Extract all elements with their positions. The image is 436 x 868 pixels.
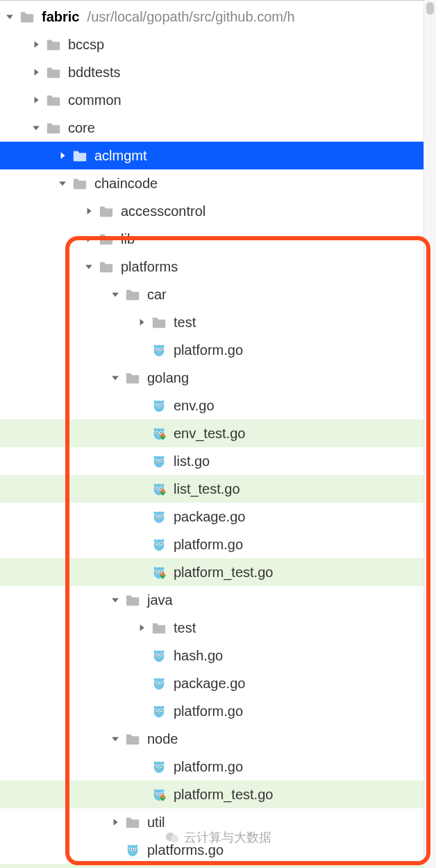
folder-icon bbox=[151, 315, 167, 330]
chevron-right-icon[interactable] bbox=[31, 94, 42, 106]
chevron-right-icon[interactable] bbox=[136, 622, 147, 633]
chevron-down-icon[interactable] bbox=[110, 289, 121, 300]
tree-row[interactable]: platform_test.go bbox=[0, 558, 436, 586]
svg-point-46 bbox=[160, 515, 162, 517]
chevron-down-icon[interactable] bbox=[110, 372, 121, 383]
tree-item-label: platform_test.go bbox=[174, 565, 273, 581]
tree-item-label: java bbox=[147, 592, 173, 608]
chevron-down-icon[interactable] bbox=[4, 11, 15, 22]
svg-point-103 bbox=[158, 796, 160, 797]
chevron-down-icon[interactable] bbox=[83, 261, 94, 272]
tree-item-label: node bbox=[147, 731, 178, 747]
chevron-right-icon[interactable] bbox=[57, 150, 68, 161]
tree-row[interactable]: golang bbox=[0, 364, 436, 392]
tree-row[interactable]: env.go bbox=[0, 392, 436, 419]
vertical-scrollbar[interactable] bbox=[424, 0, 436, 868]
go-file-icon bbox=[151, 453, 167, 469]
tree-row[interactable]: package.go bbox=[0, 669, 436, 697]
tree-row[interactable]: java bbox=[0, 586, 436, 614]
tree-row[interactable]: bddtests bbox=[0, 58, 436, 86]
svg-point-109 bbox=[130, 849, 131, 850]
tree-row[interactable]: lib bbox=[0, 225, 436, 253]
tree-row[interactable]: platform.go bbox=[0, 753, 436, 781]
chevron-down-icon[interactable] bbox=[110, 733, 121, 744]
tree-row[interactable]: list_test.go bbox=[0, 475, 436, 503]
scrollbar-thumb[interactable] bbox=[426, 2, 434, 15]
tree-row[interactable]: car bbox=[0, 281, 436, 308]
tree-item-label: test bbox=[174, 620, 196, 636]
tree-row[interactable]: core bbox=[0, 114, 436, 142]
tree-row[interactable]: env_test.go bbox=[0, 419, 436, 447]
tree-item-label: hash.go bbox=[174, 648, 223, 664]
tree-row[interactable]: test bbox=[0, 614, 436, 642]
svg-point-49 bbox=[153, 539, 156, 542]
svg-point-42 bbox=[161, 511, 164, 514]
svg-point-73 bbox=[153, 678, 156, 681]
tree-row[interactable]: package.go bbox=[0, 503, 436, 531]
tree-row[interactable]: chaincode bbox=[0, 169, 436, 197]
svg-point-14 bbox=[160, 404, 162, 406]
svg-point-54 bbox=[160, 543, 162, 544]
tree-row[interactable]: platforms bbox=[0, 253, 436, 281]
svg-point-69 bbox=[156, 654, 158, 656]
tree-row[interactable]: hash.go bbox=[0, 642, 436, 669]
folder-icon bbox=[46, 37, 61, 52]
chevron-right-icon[interactable] bbox=[83, 206, 94, 217]
go-file-icon bbox=[151, 676, 167, 691]
svg-point-38 bbox=[160, 487, 162, 489]
svg-point-50 bbox=[161, 539, 164, 542]
svg-point-121 bbox=[171, 835, 178, 842]
tree-row[interactable]: platform_test.go bbox=[0, 781, 436, 808]
svg-point-33 bbox=[153, 483, 156, 486]
tree-row[interactable]: node bbox=[0, 725, 436, 753]
folder-icon bbox=[19, 9, 35, 24]
svg-point-66 bbox=[161, 650, 164, 653]
svg-point-53 bbox=[156, 543, 158, 544]
go-file-icon bbox=[151, 759, 167, 774]
svg-point-1 bbox=[153, 344, 156, 347]
tree-item-label: package.go bbox=[174, 676, 245, 692]
tree-row[interactable]: bccsp bbox=[0, 31, 436, 58]
svg-point-111 bbox=[132, 851, 134, 853]
watermark: 云计算与大数据 bbox=[0, 829, 436, 846]
chevron-right-icon[interactable] bbox=[83, 233, 94, 244]
svg-point-97 bbox=[153, 789, 156, 792]
chevron-right-icon[interactable] bbox=[31, 67, 42, 78]
tree-item-label: platform.go bbox=[174, 759, 243, 775]
chevron-right-icon[interactable] bbox=[110, 817, 121, 828]
tree-row[interactable]: common bbox=[0, 86, 436, 114]
svg-point-2 bbox=[161, 344, 164, 347]
svg-point-37 bbox=[156, 487, 158, 489]
svg-point-7 bbox=[158, 351, 160, 353]
chevron-right-icon[interactable] bbox=[31, 39, 42, 50]
tree-row[interactable]: aclmgmt bbox=[0, 142, 436, 169]
chevron-down-icon[interactable] bbox=[110, 594, 121, 606]
chevron-down-icon[interactable] bbox=[31, 122, 42, 133]
svg-point-102 bbox=[160, 793, 162, 794]
svg-point-29 bbox=[156, 460, 158, 461]
folder-icon bbox=[46, 92, 61, 108]
svg-point-9 bbox=[153, 400, 156, 403]
svg-point-5 bbox=[156, 349, 158, 350]
tree-row[interactable]: fabric /usr/local/gopath/src/github.com/… bbox=[0, 3, 436, 31]
svg-point-26 bbox=[161, 456, 164, 458]
tree-row[interactable]: platform.go bbox=[0, 531, 436, 558]
tree-row[interactable]: platform.go bbox=[0, 336, 436, 364]
chevron-down-icon[interactable] bbox=[57, 178, 68, 189]
svg-point-21 bbox=[156, 432, 158, 433]
tree-row[interactable]: accesscontrol bbox=[0, 197, 436, 225]
svg-point-39 bbox=[158, 490, 160, 492]
tree-item-label: platform.go bbox=[174, 342, 243, 358]
tree-row[interactable]: platform.go bbox=[0, 697, 436, 725]
tree-row[interactable]: list.go bbox=[0, 447, 436, 475]
watermark-text: 云计算与大数据 bbox=[184, 829, 271, 846]
tree-item-label: bccsp bbox=[68, 37, 104, 53]
tree-row[interactable]: test bbox=[0, 308, 436, 336]
svg-point-41 bbox=[153, 511, 156, 514]
folder-icon bbox=[125, 370, 140, 385]
tree-row[interactable]: platforms_test.go bbox=[0, 864, 436, 868]
tree-item-label: aclmgmt bbox=[94, 148, 147, 164]
wechat-icon bbox=[165, 830, 180, 845]
tree-item-label: platform.go bbox=[174, 703, 243, 719]
chevron-right-icon[interactable] bbox=[136, 317, 147, 328]
